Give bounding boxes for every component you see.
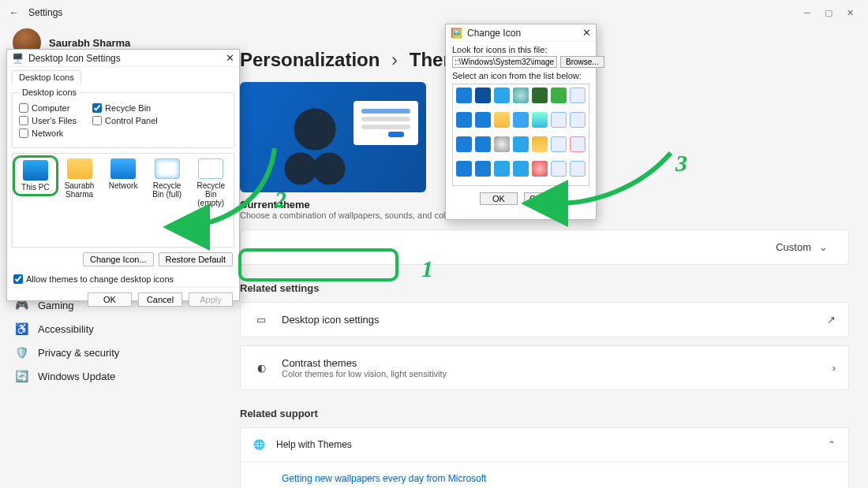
sidebar-item-label: Windows Update: [38, 371, 115, 382]
chk-control[interactable]: Control Panel: [92, 114, 158, 127]
close-icon[interactable]: ✕: [226, 52, 234, 64]
close-button[interactable]: ✕: [847, 8, 854, 18]
breadcrumb-section[interactable]: Personalization: [240, 49, 380, 70]
app-icon: 🖥️: [12, 53, 24, 64]
select-label: Select an icon from the list below:: [452, 71, 589, 80]
back-button[interactable]: ←: [5, 7, 24, 18]
support-title: Help with Themes: [276, 439, 352, 450]
browse-button[interactable]: Browse...: [560, 56, 604, 68]
group-desktop-icons: Desktop icons Computer User's Files Netw…: [12, 88, 234, 148]
panel-title: Contrast themes: [282, 357, 820, 369]
support-box: 🌐 Help with Themes ⌃ Getting new wallpap…: [240, 427, 849, 488]
app-icon: 🖼️: [451, 28, 462, 39]
dialog-title: Desktop Icon Settings: [28, 53, 121, 64]
chk-recycle[interactable]: Recycle Bin: [92, 102, 158, 114]
accessibility-icon: ♿: [14, 322, 28, 335]
sidebar-item-accessibility[interactable]: ♿ Accessibility: [6, 317, 215, 341]
ok-button[interactable]: OK: [88, 292, 132, 307]
annotation-number-1: 1: [421, 255, 433, 282]
dialog-tabs: Desktop Icons: [7, 67, 239, 88]
desktop-icon: ▭: [253, 314, 269, 326]
chevron-right-icon: ›: [391, 49, 398, 70]
close-icon[interactable]: ✕: [582, 27, 591, 39]
sidebar-item-update[interactable]: 🔄 Windows Update: [6, 364, 215, 388]
minimize-button[interactable]: ─: [804, 8, 810, 18]
chk-network[interactable]: Network: [19, 127, 77, 140]
chevron-up-icon: ⌃: [828, 439, 836, 450]
chk-allow-themes[interactable]: [13, 274, 23, 284]
panel-desktop-icon-settings[interactable]: ▭ Desktop icon settings ↗: [240, 302, 849, 337]
panel-contrast-themes[interactable]: ◐ Contrast themes Color themes for low v…: [240, 345, 849, 390]
current-theme-value: Custom: [776, 241, 811, 253]
dialog-title: Change Icon: [467, 28, 521, 39]
sidebar-item-label: Accessibility: [38, 323, 94, 335]
look-label: Look for icons in this file:: [452, 45, 589, 54]
related-support-heading: Related support: [240, 390, 849, 419]
chevron-right-icon: ›: [832, 362, 836, 374]
dialog-titlebar[interactable]: 🖥️ Desktop Icon Settings ✕: [7, 50, 239, 67]
shield-icon: 🛡️: [14, 346, 28, 359]
change-icon-button[interactable]: Change Icon...: [83, 252, 154, 266]
icon-this-pc[interactable]: This PC: [16, 158, 55, 193]
allow-label: Allow themes to change desktop icons: [26, 274, 174, 284]
annotation-oval-1: [238, 248, 398, 281]
annotation-arrow-2: [142, 142, 284, 244]
chk-computer[interactable]: Computer: [19, 102, 77, 114]
chevron-down-icon: ⌄: [819, 241, 828, 253]
icon-user-folder[interactable]: Saurabh Sharma: [60, 158, 99, 199]
support-wallpapers-link[interactable]: Getting new wallpapers every day from Mi…: [282, 473, 486, 484]
dialog-titlebar[interactable]: 🖼️ Change Icon ✕: [446, 24, 596, 42]
chk-userfiles[interactable]: User's Files: [19, 114, 77, 127]
panel-title: Desktop icon settings: [282, 314, 814, 326]
tab-desktop-icons[interactable]: Desktop Icons: [12, 70, 81, 84]
group-label: Desktop icons: [19, 88, 80, 97]
restore-default-button[interactable]: Restore Default: [159, 252, 233, 266]
sidebar-item-privacy[interactable]: 🛡️ Privacy & security: [6, 341, 215, 364]
icon-path-input[interactable]: [452, 56, 557, 68]
apply-button[interactable]: Apply: [189, 292, 233, 307]
ok-button[interactable]: OK: [480, 192, 518, 205]
window-titlebar: ← Settings ─ ▢ ✕: [0, 0, 868, 25]
globe-icon: 🌐: [253, 439, 265, 450]
panel-subtitle: Color themes for low vision, light sensi…: [282, 369, 820, 378]
update-icon: 🔄: [14, 370, 28, 382]
annotation-arrow-3: [544, 142, 679, 213]
external-link-icon: ↗: [827, 314, 836, 326]
cancel-button[interactable]: Cancel: [138, 292, 182, 307]
contrast-icon: ◐: [253, 362, 269, 374]
maximize-button[interactable]: ▢: [825, 8, 832, 18]
window-title: Settings: [28, 7, 62, 18]
icon-network[interactable]: Network: [103, 158, 143, 190]
sidebar-item-label: Privacy & security: [38, 347, 119, 359]
support-help-themes[interactable]: 🌐 Help with Themes ⌃: [241, 428, 848, 461]
